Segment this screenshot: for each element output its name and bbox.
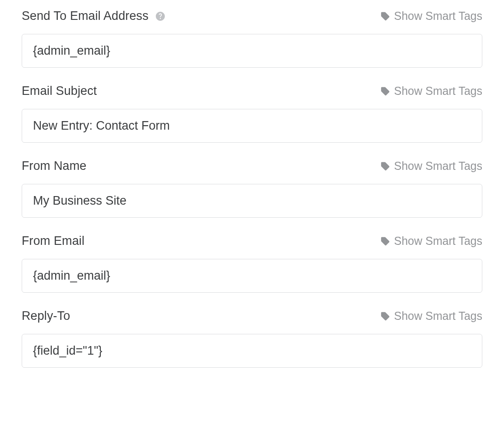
field-group-email-subject: Email Subject Show Smart Tags [22, 84, 482, 143]
from-email-label: From Email [22, 234, 84, 248]
from-name-input[interactable] [22, 184, 482, 218]
reply-to-input[interactable] [22, 334, 482, 368]
field-group-from-name: From Name Show Smart Tags [22, 159, 482, 218]
tag-icon [380, 11, 390, 21]
help-icon[interactable] [155, 11, 166, 22]
field-label-wrap: Reply-To [22, 309, 70, 323]
send-to-input[interactable] [22, 34, 482, 68]
field-header: Send To Email Address Show Smart Tags [22, 9, 482, 23]
smart-tags-label: Show Smart Tags [394, 309, 482, 323]
tag-icon [380, 86, 390, 96]
field-label-wrap: Email Subject [22, 84, 97, 98]
tag-icon [380, 236, 390, 246]
field-group-from-email: From Email Show Smart Tags [22, 234, 482, 293]
smart-tags-label: Show Smart Tags [394, 84, 482, 98]
send-to-label: Send To Email Address [22, 9, 149, 23]
email-subject-input[interactable] [22, 109, 482, 143]
show-smart-tags-link[interactable]: Show Smart Tags [380, 159, 482, 173]
field-group-reply-to: Reply-To Show Smart Tags [22, 309, 482, 368]
field-header: Email Subject Show Smart Tags [22, 84, 482, 98]
field-header: Reply-To Show Smart Tags [22, 309, 482, 323]
tag-icon [380, 311, 390, 321]
field-label-wrap: Send To Email Address [22, 9, 166, 23]
tag-icon [380, 161, 390, 171]
field-header: From Email Show Smart Tags [22, 234, 482, 248]
from-name-label: From Name [22, 159, 86, 173]
email-subject-label: Email Subject [22, 84, 97, 98]
show-smart-tags-link[interactable]: Show Smart Tags [380, 84, 482, 98]
field-header: From Name Show Smart Tags [22, 159, 482, 173]
show-smart-tags-link[interactable]: Show Smart Tags [380, 9, 482, 23]
field-group-send-to: Send To Email Address Show Smart Tags [22, 9, 482, 68]
smart-tags-label: Show Smart Tags [394, 9, 482, 23]
from-email-input[interactable] [22, 259, 482, 293]
field-label-wrap: From Email [22, 234, 84, 248]
smart-tags-label: Show Smart Tags [394, 159, 482, 173]
reply-to-label: Reply-To [22, 309, 70, 323]
smart-tags-label: Show Smart Tags [394, 234, 482, 248]
field-label-wrap: From Name [22, 159, 86, 173]
show-smart-tags-link[interactable]: Show Smart Tags [380, 234, 482, 248]
show-smart-tags-link[interactable]: Show Smart Tags [380, 309, 482, 323]
